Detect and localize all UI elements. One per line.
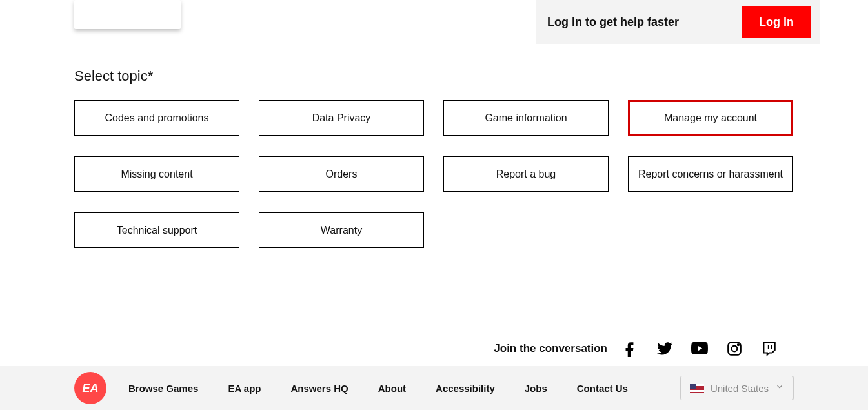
footer-link-about[interactable]: About (378, 383, 406, 394)
twitter-icon[interactable] (656, 340, 673, 357)
topic-codes-and-promotions[interactable]: Codes and promotions (74, 100, 239, 136)
footer-link-contact-us[interactable]: Contact Us (577, 383, 628, 394)
us-flag-icon (690, 384, 704, 393)
region-selector[interactable]: United States (680, 376, 794, 400)
twitch-icon[interactable] (761, 340, 778, 357)
topic-grid: Codes and promotions Data Privacy Game i… (74, 100, 794, 248)
footer-link-browse-games[interactable]: Browse Games (128, 383, 198, 394)
svg-point-2 (738, 344, 739, 345)
topic-report-concerns[interactable]: Report concerns or harassment (628, 156, 793, 192)
game-image-card[interactable] (74, 0, 181, 29)
topic-manage-my-account[interactable]: Manage my account (628, 100, 793, 136)
topic-game-information[interactable]: Game information (443, 100, 609, 136)
topic-warranty[interactable]: Warranty (259, 212, 424, 248)
ea-logo[interactable]: EA (74, 372, 106, 404)
select-topic-heading: Select topic* (74, 68, 794, 85)
social-text: Join the conversation (494, 342, 607, 355)
social-section: Join the conversation (494, 340, 778, 357)
footer-link-ea-app[interactable]: EA app (228, 383, 261, 394)
footer-link-answers-hq[interactable]: Answers HQ (291, 383, 348, 394)
footer: EA Browse Games EA app Answers HQ About … (0, 366, 868, 410)
topic-selection-section: Select topic* Codes and promotions Data … (74, 68, 794, 248)
footer-link-jobs[interactable]: Jobs (525, 383, 547, 394)
login-button[interactable]: Log in (742, 6, 811, 38)
footer-links: Browse Games EA app Answers HQ About Acc… (128, 383, 628, 394)
login-prompt-text: Log in to get help faster (547, 15, 679, 29)
topic-data-privacy[interactable]: Data Privacy (259, 100, 424, 136)
chevron-down-icon (775, 382, 784, 394)
facebook-icon[interactable] (621, 340, 638, 357)
topic-technical-support[interactable]: Technical support (74, 212, 239, 248)
svg-point-1 (732, 346, 738, 352)
footer-link-accessibility[interactable]: Accessibility (436, 383, 495, 394)
login-prompt-bar: Log in to get help faster Log in (536, 0, 820, 44)
instagram-icon[interactable] (726, 340, 743, 357)
topic-report-a-bug[interactable]: Report a bug (443, 156, 609, 192)
region-text: United States (711, 383, 769, 394)
topic-missing-content[interactable]: Missing content (74, 156, 239, 192)
topic-orders[interactable]: Orders (259, 156, 424, 192)
youtube-icon[interactable] (691, 340, 708, 357)
